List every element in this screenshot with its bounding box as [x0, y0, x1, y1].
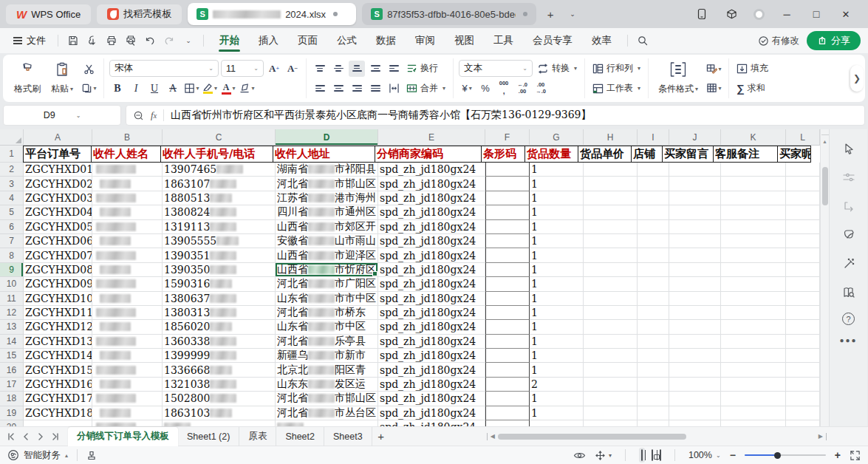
col-header-d[interactable]: D — [276, 129, 378, 146]
cell-barcode[interactable] — [485, 392, 530, 406]
cell-phone[interactable]: 1319113 — [163, 220, 276, 234]
cell-distributor-code[interactable]: spd_zh_jd180gx24 — [378, 234, 485, 248]
increase-font-button[interactable]: A+ — [266, 61, 282, 77]
cell-unit-price[interactable] — [584, 420, 638, 426]
search-book-icon[interactable] — [840, 284, 858, 301]
align-center-button[interactable] — [330, 81, 346, 97]
cell-barcode[interactable] — [485, 263, 530, 277]
horizontal-scroll-thumb[interactable] — [498, 434, 686, 440]
align-left-button[interactable] — [312, 81, 328, 97]
cell-address[interactable]: 安徽省山市雨山 — [276, 234, 378, 248]
cell-distributor-code[interactable]: spd_zh_jd180gx24 — [378, 177, 485, 191]
split-handle[interactable] — [821, 129, 829, 135]
undo-icon[interactable] — [141, 32, 159, 50]
help-icon[interactable]: ? — [842, 313, 855, 325]
align-middle-button[interactable] — [330, 61, 346, 77]
cell-recipient-name[interactable] — [92, 163, 163, 177]
header-cell-recipient-name[interactable]: 收件人姓名 — [91, 146, 161, 163]
cell-unit-price[interactable] — [584, 248, 638, 262]
last-sheet-button[interactable] — [49, 430, 62, 443]
maximize-button[interactable]: □ — [809, 7, 824, 21]
share-button[interactable]: 分享 — [807, 31, 861, 50]
cell-buyer-message[interactable] — [669, 277, 721, 291]
cell-phone[interactable]: 13907465 — [163, 163, 276, 177]
cell-order-id[interactable]: ZGCYHXD07 — [24, 248, 92, 262]
cell-order-id[interactable]: ZGCYHXD12 — [24, 320, 92, 334]
row-header[interactable]: 6 — [0, 220, 24, 234]
cell-unit-price[interactable] — [584, 277, 638, 291]
rows-columns-button[interactable]: 行和列▾ — [590, 60, 643, 78]
save-icon[interactable] — [64, 32, 82, 50]
highlight-color-button[interactable]: ▾ — [202, 81, 218, 97]
cell-buyer-nick[interactable] — [786, 191, 820, 205]
cell-recipient-name[interactable] — [92, 349, 163, 363]
cell-cs-note[interactable] — [721, 191, 786, 205]
cell-address[interactable]: 四川省市通州区 — [276, 205, 378, 219]
zoom-slider-thumb[interactable] — [774, 452, 781, 459]
cell-quantity[interactable]: 1 — [530, 306, 584, 320]
cell-quantity[interactable]: 1 — [530, 234, 584, 248]
cell-recipient-name[interactable] — [92, 335, 163, 349]
cell-order-id[interactable]: ZGCYHXD03 — [24, 191, 92, 205]
cell-buyer-nick[interactable] — [786, 363, 820, 377]
cell-recipient-name[interactable] — [92, 363, 163, 377]
docer-template-tab[interactable]: 找稻壳模板 — [97, 4, 182, 24]
cell-cs-note[interactable] — [721, 220, 786, 234]
cell-distributor-code[interactable]: spd_zh_jd180gx24 — [378, 163, 485, 177]
cell-barcode[interactable] — [485, 248, 530, 262]
cell-distributor-code[interactable]: spd_zh_jd180gx24 — [378, 406, 485, 420]
split-view-button[interactable] — [652, 450, 653, 460]
cell-buyer-message[interactable] — [669, 363, 721, 377]
cell-address[interactable]: 河北省市丛台区 — [276, 406, 378, 420]
cell-distributor-code[interactable]: spd_zh_jd180gx24 — [378, 205, 485, 219]
vertical-scroll-thumb[interactable] — [822, 167, 828, 205]
header-cell-distributor-code[interactable]: 分销商家编码 — [375, 146, 482, 163]
cell-shop[interactable] — [638, 191, 669, 205]
row-header[interactable]: 8 — [0, 248, 24, 262]
cell-shop[interactable] — [638, 177, 669, 191]
table-style-button[interactable]: ▾ — [705, 80, 722, 96]
row-header[interactable]: 2 — [0, 163, 24, 177]
select-all-corner[interactable] — [0, 129, 24, 146]
cell-buyer-message[interactable] — [669, 248, 721, 262]
cell-recipient-name[interactable] — [92, 177, 163, 191]
cell-buyer-nick[interactable] — [786, 292, 820, 306]
strikethrough-button[interactable]: A — [165, 81, 181, 97]
cell-phone[interactable]: 1880513 — [163, 191, 276, 205]
cell-address[interactable] — [276, 420, 378, 426]
cell-buyer-message[interactable] — [669, 335, 721, 349]
cell-barcode[interactable] — [485, 163, 530, 177]
scroll-up-arrow[interactable]: ▲ — [822, 137, 827, 146]
worksheet-button[interactable]: 工作表▾ — [590, 80, 643, 98]
cell-recipient-name[interactable] — [92, 420, 163, 426]
scroll-left-arrow[interactable]: ◀ — [491, 433, 495, 440]
cell-cs-note[interactable] — [721, 292, 786, 306]
cell-phone[interactable]: 1321038 — [163, 378, 276, 392]
cell-buyer-nick[interactable] — [786, 277, 820, 291]
cell-unit-price[interactable] — [584, 263, 638, 277]
menu-item[interactable]: 审阅 — [406, 28, 445, 53]
cell-quantity[interactable]: 1 — [530, 263, 584, 277]
cell-order-id[interactable]: ZGCYHXD02 — [24, 177, 92, 191]
cursor-select-icon[interactable] — [840, 140, 858, 157]
italic-button[interactable]: I — [128, 81, 144, 97]
cell-quantity[interactable]: 1 — [530, 163, 584, 177]
cell-unit-price[interactable] — [584, 349, 638, 363]
menu-item[interactable]: 插入 — [249, 28, 288, 53]
cell-buyer-message[interactable] — [669, 392, 721, 406]
cell-barcode[interactable] — [485, 335, 530, 349]
cell-buyer-message[interactable] — [669, 378, 721, 392]
row-header[interactable]: 11 — [0, 292, 24, 306]
row-header[interactable]: 16 — [0, 363, 24, 377]
avatar-ring-icon[interactable] — [753, 9, 765, 20]
sheet-tab[interactable]: 原表 — [239, 427, 276, 446]
cell-barcode[interactable] — [485, 349, 530, 363]
cell-order-id[interactable]: ZGCYHXD11 — [24, 306, 92, 320]
document-tab-active[interactable]: S 2024.xlsx — [188, 3, 356, 25]
col-header-g[interactable]: G — [530, 129, 584, 146]
scroll-right-arrow[interactable]: ▶ — [819, 433, 823, 440]
cell-buyer-message[interactable] — [669, 220, 721, 234]
cell-order-id[interactable]: ZGCYHXD08 — [24, 263, 92, 277]
cell-distributor-code[interactable]: spd_zh_jd180gx24 — [378, 248, 485, 262]
cell-quantity[interactable]: 1 — [530, 335, 584, 349]
